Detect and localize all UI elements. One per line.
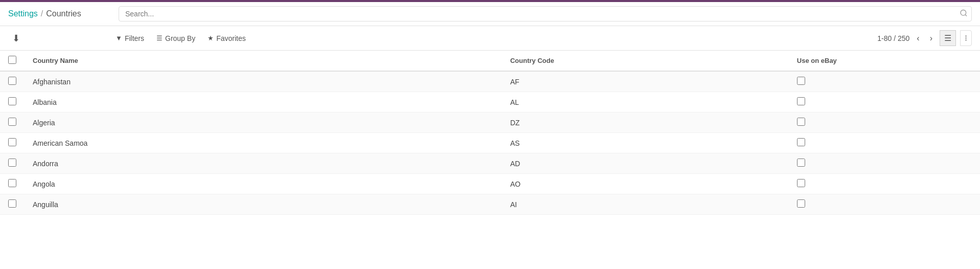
row-ebay-checkbox-cell — [789, 92, 980, 113]
download-icon: ⬇ — [12, 33, 20, 43]
filter-icon: ▼ — [116, 34, 122, 42]
row-country-code: AL — [502, 92, 789, 113]
row-country-name: Andorra — [25, 153, 502, 174]
row-country-name: American Samoa — [25, 133, 502, 153]
favorites-button[interactable]: ★ Favorites — [202, 31, 251, 46]
row-country-name: Albania — [25, 92, 502, 113]
row-ebay-checkbox[interactable] — [797, 199, 805, 208]
row-checkbox-cell — [0, 71, 25, 92]
prev-page-button[interactable]: ‹ — [914, 32, 922, 45]
toolbar-right: 1-80 / 250 ‹ › ☰ ⁝ — [877, 30, 972, 46]
row-checkbox[interactable] — [8, 97, 16, 105]
search-icon — [960, 9, 968, 19]
table-row: Albania AL — [0, 92, 980, 113]
row-ebay-checkbox[interactable] — [797, 118, 805, 126]
row-checkbox[interactable] — [8, 118, 16, 126]
search-input[interactable] — [119, 6, 972, 21]
row-country-name: Afghanistan — [25, 71, 502, 92]
filters-button[interactable]: ▼ Filters — [110, 31, 149, 46]
row-checkbox[interactable] — [8, 179, 16, 187]
row-checkbox-cell — [0, 133, 25, 153]
row-ebay-checkbox-cell — [789, 133, 980, 153]
pagination-info: 1-80 / 250 — [877, 34, 909, 42]
table-row: Andorra AD — [0, 153, 980, 174]
row-checkbox-cell — [0, 174, 25, 194]
select-all-checkbox[interactable] — [8, 56, 16, 64]
row-country-name: Anguilla — [25, 194, 502, 215]
svg-line-1 — [965, 15, 967, 16]
row-checkbox-cell — [0, 194, 25, 215]
row-checkbox[interactable] — [8, 159, 16, 167]
group-by-icon: ☰ — [156, 34, 163, 42]
row-ebay-checkbox-cell — [789, 153, 980, 174]
toolbar-center: ▼ Filters ☰ Group By ★ Favorites — [110, 31, 877, 46]
row-checkbox-cell — [0, 153, 25, 174]
list-view-icon: ☰ — [944, 34, 951, 42]
filters-label: Filters — [125, 34, 144, 42]
breadcrumb-separator: / — [41, 9, 43, 18]
row-ebay-checkbox[interactable] — [797, 97, 805, 105]
row-ebay-checkbox-cell — [789, 113, 980, 133]
breadcrumb-settings-link[interactable]: Settings — [8, 9, 38, 18]
group-by-label: Group By — [165, 34, 195, 42]
download-button[interactable]: ⬇ — [8, 31, 24, 46]
row-ebay-checkbox[interactable] — [797, 138, 805, 146]
countries-table: Country Name Country Code Use on eBay Af… — [0, 51, 980, 215]
row-ebay-checkbox-cell — [789, 174, 980, 194]
row-country-name: Angola — [25, 174, 502, 194]
table-row: Algeria DZ — [0, 113, 980, 133]
column-header-name: Country Name — [25, 51, 502, 71]
table-row: Afghanistan AF — [0, 71, 980, 92]
toolbar-left: ⬇ — [8, 31, 110, 46]
row-country-code: AI — [502, 194, 789, 215]
row-country-code: AS — [502, 133, 789, 153]
column-header-ebay: Use on eBay — [789, 51, 980, 71]
svg-point-0 — [961, 10, 966, 16]
row-country-code: AF — [502, 71, 789, 92]
row-ebay-checkbox[interactable] — [797, 159, 805, 167]
table-row: Angola AO — [0, 174, 980, 194]
row-country-code: AO — [502, 174, 789, 194]
breadcrumb: Settings / Countries — [8, 9, 110, 18]
table-row: Anguilla AI — [0, 194, 980, 215]
row-ebay-checkbox[interactable] — [797, 179, 805, 187]
next-page-button[interactable]: › — [927, 32, 936, 45]
breadcrumb-current: Countries — [46, 9, 81, 18]
row-country-name: Algeria — [25, 113, 502, 133]
column-header-code: Country Code — [502, 51, 789, 71]
table-row: American Samoa AS — [0, 133, 980, 153]
list-view-button[interactable]: ☰ — [940, 30, 956, 46]
search-container — [119, 6, 972, 21]
row-checkbox[interactable] — [8, 138, 16, 146]
grid-view-icon: ⁝ — [965, 34, 967, 42]
select-all-header — [0, 51, 25, 71]
table-container: Country Name Country Code Use on eBay Af… — [0, 51, 980, 215]
grid-view-button[interactable]: ⁝ — [960, 30, 972, 46]
table-body: Afghanistan AF Albania AL Algeria DZ — [0, 71, 980, 215]
star-icon: ★ — [208, 34, 214, 42]
row-checkbox-cell — [0, 113, 25, 133]
favorites-label: Favorites — [216, 34, 246, 42]
row-checkbox[interactable] — [8, 199, 16, 208]
row-checkbox[interactable] — [8, 77, 16, 85]
row-country-code: AD — [502, 153, 789, 174]
row-checkbox-cell — [0, 92, 25, 113]
toolbar: ⬇ ▼ Filters ☰ Group By ★ Favorites 1-80 … — [0, 26, 980, 51]
group-by-button[interactable]: ☰ Group By — [151, 31, 200, 46]
table-header-row: Country Name Country Code Use on eBay — [0, 51, 980, 71]
row-ebay-checkbox-cell — [789, 71, 980, 92]
row-country-code: DZ — [502, 113, 789, 133]
row-ebay-checkbox[interactable] — [797, 77, 805, 85]
row-ebay-checkbox-cell — [789, 194, 980, 215]
header: Settings / Countries — [0, 2, 980, 26]
